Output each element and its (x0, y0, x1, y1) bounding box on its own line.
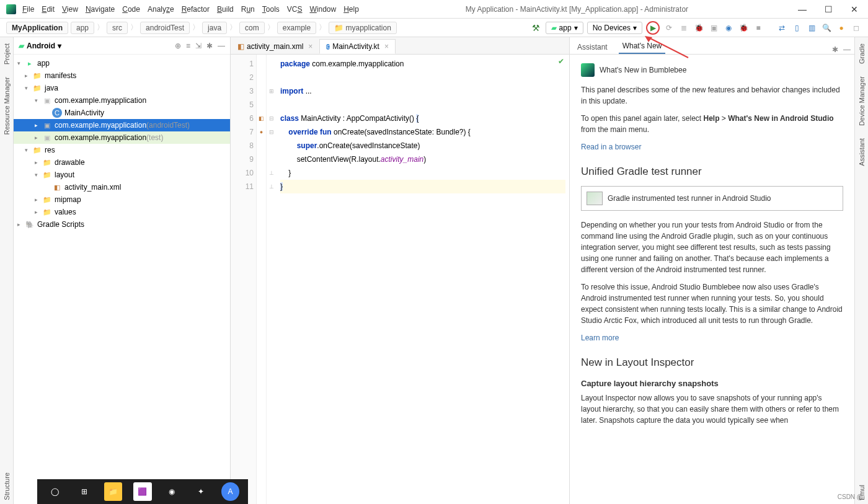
tree-row[interactable]: ▸📁mipmap (14, 193, 230, 206)
project-mode-selector[interactable]: ▰Android ▾ (19, 42, 61, 50)
crumb-app[interactable]: app (71, 22, 94, 34)
rail-device-manager[interactable]: Device Manager (858, 73, 866, 130)
cortana-icon[interactable]: ◯ (46, 482, 64, 501)
tree-row[interactable]: ▸▣com.example.myapplication (androidTest… (14, 119, 230, 131)
crumb-java[interactable]: java (202, 22, 227, 34)
tree-row[interactable]: ▾📁res (14, 144, 230, 156)
chrome-icon[interactable]: ◉ (163, 482, 181, 501)
profiler-icon[interactable]: ◉ (723, 22, 734, 33)
coverage-icon[interactable]: ▣ (708, 22, 719, 33)
hide-panel-icon[interactable]: — (843, 45, 851, 54)
user-icon[interactable]: ◻ (851, 22, 862, 33)
tab-whats-new[interactable]: What's New (619, 39, 666, 54)
rail-emulator[interactable]: Emul (858, 481, 866, 504)
rail-gradle[interactable]: Gradle (858, 40, 866, 68)
crumb-src[interactable]: src (107, 22, 128, 34)
inspection-ok-icon: ✔ (558, 57, 564, 66)
menu-code[interactable]: Code (122, 5, 140, 14)
menu-build[interactable]: Build (217, 5, 234, 14)
rail-resource-manager[interactable]: Resource Manager (3, 73, 11, 139)
tree-row[interactable]: ◧activity_main.xml (14, 181, 230, 193)
tree-row[interactable]: ▾▸app (14, 57, 230, 69)
run-toolbar: ⚒ ▰app▾ No Devices▾ ▶ ⟳ ≣ 🐞 ▣ ◉ 🐞 ■ ⇄ ▯ … (531, 21, 862, 35)
menu-refactor[interactable]: Refactor (182, 5, 210, 14)
sdk-icon[interactable]: ▥ (806, 22, 817, 33)
attach-debugger-icon[interactable]: 🐞 (738, 22, 749, 33)
tree-row[interactable]: ▾📁layout (14, 169, 230, 181)
crumb-project[interactable]: MyApplication (6, 22, 68, 34)
build-icon[interactable]: ⚒ (531, 22, 542, 33)
gear-icon[interactable]: ✱ (832, 45, 838, 54)
app2-icon[interactable]: ✦ (192, 482, 210, 501)
whats-new-content[interactable]: What's New in Bumblebee This panel descr… (570, 55, 854, 504)
expand-icon[interactable]: ≡ (186, 42, 190, 50)
menu-analyze[interactable]: Analyze (148, 5, 174, 14)
explorer-icon[interactable]: 📁 (104, 482, 122, 501)
windows-taskbar[interactable]: ◯ ⊞ 📁 🟪 ◉ ✦ A (37, 479, 248, 504)
stop-icon[interactable]: ■ (753, 22, 764, 33)
tree-row[interactable]: ▸▣com.example.myapplication (test) (14, 131, 230, 144)
apply-code-icon[interactable]: ≣ (678, 22, 689, 33)
line-numbers: 123567891011 (231, 55, 257, 504)
sync-icon[interactable]: ⇄ (776, 22, 787, 33)
menu-tools[interactable]: Tools (262, 5, 280, 14)
crumb-pkg[interactable]: 📁 myapplication (329, 22, 397, 34)
menu-window[interactable]: Window (309, 5, 336, 14)
menu-navigate[interactable]: Navigate (86, 5, 115, 14)
menu-run[interactable]: Run (241, 5, 255, 14)
project-tree[interactable]: ▾▸app▸📁manifests▾📁java▾▣com.example.myap… (14, 55, 230, 504)
feature-thumbnail (587, 192, 603, 205)
debug-icon[interactable]: 🐞 (693, 22, 704, 33)
search-icon[interactable]: 🔍 (821, 22, 832, 33)
intro-text: This panel describes some of the new fea… (581, 84, 843, 107)
crumb-example[interactable]: example (277, 22, 316, 34)
close-tab-icon[interactable]: × (384, 42, 389, 51)
close-button[interactable]: ✕ (847, 4, 862, 14)
watermark: CSDN @ (838, 493, 863, 500)
menu-vcs[interactable]: VCS (287, 5, 303, 14)
tree-row[interactable]: ▸🐘Gradle Scripts (14, 218, 230, 231)
tree-row[interactable]: ▸📁drawable (14, 156, 230, 169)
learn-more-link[interactable]: Learn more (581, 334, 619, 342)
tree-row[interactable]: ▾▣com.example.myapplication (14, 94, 230, 107)
crumb-com[interactable]: com (239, 22, 265, 34)
rail-structure[interactable]: Structure (3, 469, 11, 504)
maximize-button[interactable]: ☐ (821, 4, 836, 14)
hide-icon[interactable]: — (218, 42, 225, 50)
locate-icon[interactable]: ⊕ (175, 42, 181, 50)
read-in-browser-link[interactable]: Read in a browser (581, 143, 641, 151)
run-config-selector[interactable]: ▰app▾ (546, 22, 583, 34)
avd-icon[interactable]: ▯ (791, 22, 802, 33)
rail-assistant[interactable]: Assistant (858, 135, 866, 170)
updates-icon[interactable]: ● (836, 22, 847, 33)
tree-row[interactable]: ▸📁manifests (14, 69, 230, 82)
android-studio-task-icon[interactable]: A (221, 482, 239, 501)
app-icon[interactable]: 🟪 (133, 482, 151, 501)
right-tool-rail: Gradle Device Manager Assistant Emul (854, 37, 868, 504)
rail-project[interactable]: Project (3, 40, 11, 68)
collapse-icon[interactable]: ⇲ (195, 42, 202, 50)
tab-activity-main-xml[interactable]: ◧activity_main.xml× (231, 39, 319, 54)
crumb-androidtest[interactable]: androidTest (140, 22, 190, 34)
run-button[interactable]: ▶ (646, 21, 660, 35)
menu-help[interactable]: Help (343, 5, 359, 14)
minimize-button[interactable]: — (795, 4, 810, 14)
tab-mainactivity-kt[interactable]: CMainActivity.kt× (319, 39, 396, 54)
code-editor[interactable]: 123567891011 ◧ ● ⊞ ⊟⊟⊥⊥ ✔ package com.ex… (231, 55, 569, 504)
tree-row[interactable]: ▸📁values (14, 206, 230, 218)
fold-gutter[interactable]: ⊞ ⊟⊟⊥⊥ (267, 55, 277, 504)
menu-file[interactable]: File (22, 5, 34, 14)
close-tab-icon[interactable]: × (308, 42, 312, 51)
code-area[interactable]: ✔ package com.example.myapplication impo… (277, 55, 569, 504)
settings-icon[interactable]: ✱ (206, 42, 213, 50)
menu-view[interactable]: View (62, 5, 78, 14)
menu-edit[interactable]: Edit (42, 5, 55, 14)
open-again-text: To open this panel again later, select H… (581, 113, 843, 135)
tab-assistant[interactable]: Assistant (574, 40, 611, 54)
tree-row[interactable]: CMainActivity (14, 107, 230, 119)
task-view-icon[interactable]: ⊞ (75, 482, 93, 501)
apply-changes-icon[interactable]: ⟳ (663, 22, 675, 33)
tree-row[interactable]: ▾📁java (14, 82, 230, 94)
assistant-tabs: Assistant What's New ✱ — (570, 37, 854, 55)
device-selector[interactable]: No Devices▾ (587, 22, 642, 34)
